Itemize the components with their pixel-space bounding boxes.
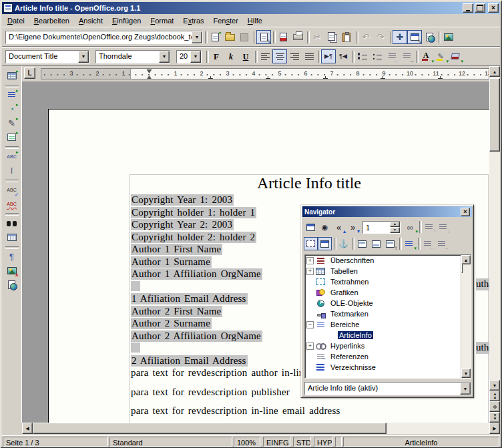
tree-item-hyperlinks[interactable]: +Hyperlinks	[305, 341, 471, 351]
tree-expander-icon[interactable]: +	[306, 343, 314, 350]
align-justify-icon[interactable]	[302, 49, 316, 63]
align-left-icon[interactable]	[258, 49, 272, 63]
previous-page-button[interactable]: ▲▲	[489, 391, 500, 401]
new-document-icon[interactable]: ▸	[208, 30, 222, 44]
tab-stop-mark[interactable]	[381, 76, 385, 79]
underline-icon[interactable]: U	[238, 49, 253, 63]
tree-expander-icon[interactable]: +	[306, 268, 314, 275]
tree-item-referenzen[interactable]: →Referenzen	[305, 351, 471, 362]
active-document-combobox[interactable]: Article Info title (aktiv) ▼	[304, 382, 471, 395]
spin-up-icon[interactable]: ▲	[390, 222, 400, 228]
tree-expander-icon[interactable]: +	[306, 257, 314, 264]
spellcheck-icon[interactable]: ABC✓	[5, 183, 19, 197]
status-hyperlink-mode[interactable]: HYP	[314, 437, 332, 447]
insert-icon[interactable]: ▸	[5, 69, 19, 83]
draw-functions-icon[interactable]: ✎▸	[5, 116, 19, 130]
scroll-right-icon[interactable]: ▶	[489, 423, 500, 434]
tree-item-grafiken[interactable]: Grafiken	[305, 287, 471, 298]
navigator-toggle-icon[interactable]: ✚	[393, 30, 407, 44]
tree-scroll-up-icon[interactable]: ▲	[461, 255, 471, 264]
spin-down-icon[interactable]: ▼	[390, 227, 400, 233]
tree-scroll-down-icon[interactable]: ▼	[461, 369, 471, 378]
paragraph-style-value[interactable]: Document Title	[6, 51, 78, 63]
next-page-button[interactable]: ▼▼	[489, 412, 500, 423]
outline-level-icon[interactable]: ▾	[402, 237, 416, 250]
menu-extras[interactable]: Extras	[178, 15, 208, 26]
tab-stop-mark[interactable]	[323, 76, 328, 79]
active-document-dropdown-icon[interactable]: ▼	[460, 383, 471, 395]
close-button[interactable]: ×	[488, 3, 499, 13]
title-bar[interactable]: Article Info title - OpenOffice.org 1.1 …	[2, 2, 500, 14]
tree-item-textrahmen[interactable]: Textrahmen	[305, 276, 471, 287]
status-page-number[interactable]: Seite 1 / 3	[3, 437, 108, 447]
tree-item--berschriften[interactable]: +Überschriften	[305, 255, 471, 266]
tree-expander-icon[interactable]: −	[306, 321, 314, 328]
scroll-left-icon[interactable]: ◀	[22, 423, 33, 434]
paste-icon[interactable]	[339, 30, 354, 44]
menu-hilfe[interactable]: Hilfe	[243, 15, 267, 26]
find-replace-icon[interactable]	[5, 216, 19, 230]
indent-marker[interactable]	[147, 69, 153, 79]
font-color-icon[interactable]: A▾	[419, 49, 433, 63]
font-size-combobox[interactable]: 20 ▼	[176, 50, 202, 63]
auto-spellcheck-icon[interactable]: ABC	[5, 197, 19, 211]
status-selection-mode[interactable]: STD	[293, 437, 311, 447]
active-document-value[interactable]: Article Info title (aktiv)	[305, 383, 460, 395]
style-dropdown-icon[interactable]: ▼	[78, 51, 89, 63]
font-dropdown-icon[interactable]: ▼	[159, 51, 170, 63]
tab-stop-mark[interactable]	[438, 76, 443, 79]
menu-format[interactable]: Format	[146, 15, 178, 26]
bullets-on-off-icon[interactable]	[370, 49, 385, 63]
gallery-icon[interactable]	[441, 30, 456, 44]
form-functions-icon[interactable]: ▸	[5, 130, 19, 144]
tree-item-verzeichnisse[interactable]: Verzeichnisse	[305, 362, 471, 373]
italic-icon[interactable]: k	[224, 49, 238, 63]
online-layout-icon[interactable]	[5, 278, 19, 292]
horizontal-scrollbar[interactable]: ◀ ▶	[2, 423, 500, 434]
edit-file-icon[interactable]: ✎	[256, 30, 271, 44]
paragraph-style-combobox[interactable]: Document Title ▼	[5, 50, 89, 63]
vertical-scroll-thumb[interactable]	[489, 78, 500, 152]
paragraph-background-icon[interactable]: ▾	[448, 49, 463, 63]
print-file-icon[interactable]	[290, 30, 305, 44]
horizontal-scroll-thumb[interactable]	[33, 423, 387, 434]
tab-stop-mark[interactable]	[266, 76, 270, 79]
tree-item-ole-objekte[interactable]: OLE-Objekte	[305, 298, 471, 308]
maximize-button[interactable]	[475, 3, 485, 13]
font-size-value[interactable]: 20	[177, 51, 190, 63]
scroll-down-icon[interactable]: ▼	[489, 380, 500, 391]
url-dropdown-icon[interactable]: ▼	[192, 31, 202, 43]
anchor-text-icon[interactable]: ↕	[383, 237, 397, 250]
minimize-button[interactable]	[463, 3, 473, 13]
url-field[interactable]: D:\Eigene Dokumente\OpenOffice.org Zeugs…	[6, 31, 192, 43]
tree-scrollbar[interactable]: ▲ ▼	[461, 255, 471, 378]
menu-datei[interactable]: Datei	[3, 15, 29, 26]
autotext-icon[interactable]: ABC▸	[5, 150, 19, 164]
tree-item-articleinfo[interactable]: ArticleInfo	[305, 330, 471, 341]
header-icon[interactable]	[355, 237, 369, 250]
navigator-title-bar[interactable]: Navigator ×	[302, 206, 472, 217]
open-document-icon[interactable]	[222, 30, 237, 44]
font-name-combobox[interactable]: Thorndale ▼	[95, 50, 170, 63]
page-number-value[interactable]: 1	[363, 222, 390, 233]
data-sources-icon[interactable]	[5, 230, 19, 244]
url-combobox[interactable]: D:\Eigene Dokumente\OpenOffice.org Zeugs…	[5, 31, 203, 44]
text-direction-rtl-icon[interactable]: ¶◀	[336, 49, 350, 63]
tab-type-selector[interactable]: L	[24, 67, 35, 79]
stylist-toggle-icon[interactable]: ✎	[407, 30, 422, 44]
increase-indent-icon[interactable]: →	[399, 49, 414, 63]
scroll-up-icon[interactable]: ▲	[489, 66, 500, 77]
direct-cursor-icon[interactable]: Ⅰ	[5, 164, 19, 178]
font-name-value[interactable]: Thorndale	[96, 51, 159, 63]
status-zoom-level[interactable]: 100%	[234, 437, 260, 447]
vertical-scrollbar[interactable]: ▲ ▼ ▲▲ ▼▼	[489, 66, 500, 423]
next-icon[interactable]: »▾	[346, 220, 360, 234]
tree-item-tabellen[interactable]: +Tabellen	[305, 266, 471, 276]
align-center-icon[interactable]	[272, 49, 287, 63]
bold-icon[interactable]: F	[209, 49, 224, 63]
set-reminder-icon[interactable]: ⚓	[336, 237, 350, 250]
align-right-icon[interactable]	[287, 49, 302, 63]
page-number-spinner[interactable]: 1 ▲ ▼	[362, 221, 401, 234]
vertical-scroll-track[interactable]	[489, 152, 500, 380]
size-dropdown-icon[interactable]: ▼	[190, 51, 201, 63]
